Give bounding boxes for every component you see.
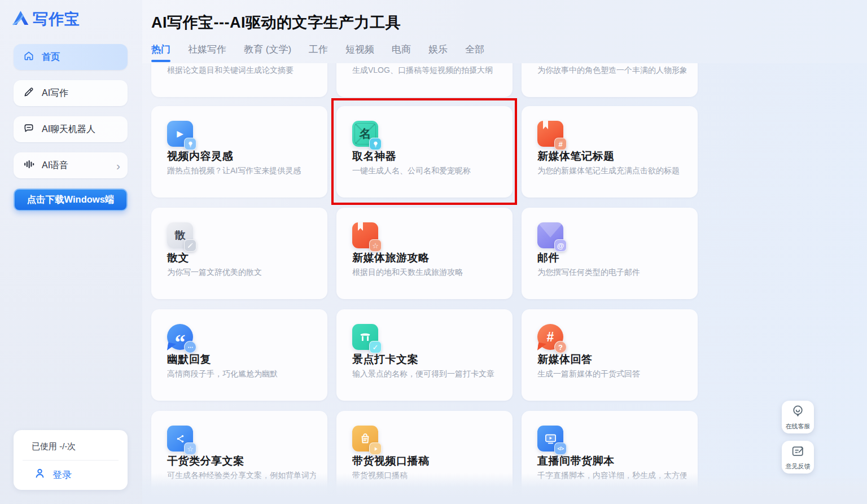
chevron-right-icon: › bbox=[116, 160, 120, 172]
tool-card-新媒体旅游攻略[interactable]: ☆新媒体旅游攻略根据目的地和天数生成旅游攻略 bbox=[336, 208, 513, 299]
chat-icon bbox=[23, 122, 34, 136]
pencil-icon bbox=[23, 86, 34, 100]
sales-video-icon bbox=[352, 426, 378, 452]
tool-card-视频内容灵感[interactable]: ▶视频内容灵感蹭热点拍视频？让AI写作宝来提供灵感 bbox=[151, 106, 327, 198]
share-copy-icon: ☆ bbox=[167, 426, 193, 452]
card-title: 新媒体旅游攻略 bbox=[352, 251, 430, 265]
video-inspiration-badge-icon bbox=[184, 138, 196, 150]
card-description: 生成VLOG、口播稿等短视频的拍摄大纲 bbox=[352, 65, 501, 76]
tab-5[interactable]: 电商 bbox=[392, 43, 411, 62]
card-description: 为你写一篇文辞优美的散文 bbox=[167, 268, 316, 278]
card-title: 带货视频口播稿 bbox=[352, 454, 430, 468]
sidebar-item-label: 首页 bbox=[42, 51, 60, 63]
sidebar-item-ai-chatbot[interactable]: AI聊天机器人 bbox=[14, 116, 128, 142]
online-support-label: 在线客服 bbox=[786, 422, 811, 431]
card-title: 直播间带货脚本 bbox=[537, 454, 615, 468]
card-title: 干货类分享文案 bbox=[167, 454, 244, 468]
card-title: 新媒体回答 bbox=[537, 352, 593, 367]
card-title: 幽默回复 bbox=[167, 352, 211, 367]
login-label: 登录 bbox=[52, 468, 72, 481]
tool-card-幽默回复[interactable]: “幽默回复高情商段子手，巧化尴尬为幽默 bbox=[151, 309, 327, 401]
media-answer-icon: #? bbox=[537, 324, 563, 350]
video-inspiration-icon: ▶ bbox=[167, 121, 193, 147]
tool-card-新媒体笔记标题[interactable]: #新媒体笔记标题为您的新媒体笔记生成充满点击欲的标题 bbox=[522, 106, 698, 198]
divider bbox=[23, 460, 119, 461]
download-windows-button[interactable]: 点击下载Windows端 bbox=[14, 189, 128, 211]
naming-tool-badge-icon bbox=[369, 138, 382, 150]
usage-count-text: 已使用 -/-次 bbox=[32, 441, 76, 452]
scenic-checkin-badge-icon: ✓ bbox=[369, 341, 382, 353]
tool-card-取名神器[interactable]: 名取名神器一键生成人名、公司名和爱宠昵称 bbox=[336, 106, 513, 198]
card-description: 生成一篇新媒体的干货式回答 bbox=[537, 369, 686, 379]
tab-4[interactable]: 短视频 bbox=[345, 43, 374, 62]
main-header: AI写作宝---AI驱动的文字生产力工具 热门社媒写作教育 (文学)工作短视频电… bbox=[142, 0, 867, 63]
card-description: 根据论文题目和关键词生成论文摘要 bbox=[167, 65, 316, 76]
card-title: 新媒体笔记标题 bbox=[537, 149, 615, 164]
humor-reply-badge-icon bbox=[184, 341, 196, 353]
page-title: AI写作宝---AI驱动的文字生产力工具 bbox=[151, 12, 401, 33]
card-description: 千字直播脚本，内容详细，秒生成，太方便 bbox=[537, 471, 686, 481]
email-badge-icon: @ bbox=[554, 239, 567, 252]
scenic-checkin-icon: ✓ bbox=[352, 324, 378, 350]
live-script-icon: </> bbox=[537, 426, 563, 452]
card-description: 高情商段子手，巧化尴尬为幽默 bbox=[167, 369, 316, 379]
sidebar-item-ai-voice[interactable]: AI语音 › bbox=[14, 152, 128, 178]
feedback-label: 意见反馈 bbox=[786, 462, 811, 471]
voice-icon bbox=[23, 159, 34, 172]
media-note-title-icon: # bbox=[537, 121, 563, 147]
tool-card-散文[interactable]: 散散文为你写一篇文辞优美的散文 bbox=[151, 208, 327, 299]
essay-icon: 散 bbox=[167, 222, 193, 248]
login-button[interactable]: 登录 bbox=[34, 467, 72, 482]
sidebar-item-label: AI语音 bbox=[42, 160, 68, 172]
tab-6[interactable]: 娱乐 bbox=[428, 43, 448, 62]
live-script-badge-icon: </> bbox=[554, 442, 567, 455]
tab-bar: 热门社媒写作教育 (文学)工作短视频电商娱乐全部 bbox=[151, 43, 484, 62]
card-description: 为你故事中的角色塑造一个丰满的人物形象 bbox=[537, 65, 686, 76]
support-chat-smile-icon bbox=[791, 404, 805, 420]
naming-tool-icon: 名 bbox=[352, 121, 378, 147]
tab-2[interactable]: 教育 (文学) bbox=[244, 43, 291, 62]
usage-card: 已使用 -/-次 登录 bbox=[14, 430, 128, 490]
media-answer-badge-icon: ? bbox=[554, 341, 567, 353]
tool-card-邮件[interactable]: @邮件为您撰写任何类型的电子邮件 bbox=[522, 208, 698, 299]
sidebar-item-label: AI聊天机器人 bbox=[42, 124, 95, 135]
online-support-button[interactable]: 在线客服 bbox=[782, 401, 814, 433]
card-description: 带货视频口播稿 bbox=[352, 471, 501, 481]
logo-mark-icon bbox=[11, 10, 30, 29]
travel-guide-icon: ☆ bbox=[352, 222, 378, 248]
sidebar: 写作宝 首页 AI写作 AI聊天机器人 bbox=[0, 0, 142, 504]
humor-reply-icon: “ bbox=[167, 324, 193, 350]
card-description: 为您撰写任何类型的电子邮件 bbox=[537, 268, 686, 278]
tab-1[interactable]: 社媒写作 bbox=[188, 43, 226, 62]
sidebar-item-ai-writing[interactable]: AI写作 bbox=[14, 80, 128, 106]
tool-card-景点打卡文案[interactable]: ✓景点打卡文案输入景点的名称，便可得到一篇打卡文章 bbox=[336, 309, 513, 401]
card-title: 邮件 bbox=[537, 251, 559, 265]
tab-0[interactable]: 热门 bbox=[151, 43, 170, 62]
tab-7[interactable]: 全部 bbox=[465, 43, 484, 62]
card-description: 输入景点的名称，便可得到一篇打卡文章 bbox=[352, 369, 501, 379]
app-logo[interactable]: 写作宝 bbox=[11, 9, 80, 29]
card-title: 景点打卡文案 bbox=[352, 352, 418, 367]
tab-3[interactable]: 工作 bbox=[309, 43, 328, 62]
card-title: 取名神器 bbox=[352, 149, 396, 164]
share-copy-badge-icon: ☆ bbox=[184, 442, 196, 455]
sidebar-item-label: AI写作 bbox=[42, 87, 68, 99]
media-note-title-badge-icon: # bbox=[554, 138, 567, 150]
tool-card-新媒体回答[interactable]: #?新媒体回答生成一篇新媒体的干货式回答 bbox=[522, 309, 698, 401]
logo-text: 写作宝 bbox=[33, 9, 80, 29]
feedback-button[interactable]: 意见反馈 bbox=[782, 441, 814, 474]
sales-video-badge-icon bbox=[369, 442, 382, 455]
card-title: 散文 bbox=[167, 251, 189, 265]
email-icon: @ bbox=[537, 222, 563, 248]
tool-card-直播间带货脚本[interactable]: </>直播间带货脚本千字直播脚本，内容详细，秒生成，太方便 bbox=[522, 411, 698, 502]
tool-card-干货类分享文案[interactable]: ☆干货类分享文案可生成各种经验类分享文案，例如背单词方 bbox=[151, 411, 327, 502]
card-description: 蹭热点拍视频？让AI写作宝来提供灵感 bbox=[167, 166, 316, 176]
card-description: 可生成各种经验类分享文案，例如背单词方 bbox=[167, 471, 316, 481]
card-description: 根据目的地和天数生成旅游攻略 bbox=[352, 268, 501, 278]
sidebar-item-home[interactable]: 首页 bbox=[14, 44, 128, 70]
user-icon bbox=[34, 467, 46, 482]
card-title: 视频内容灵感 bbox=[167, 149, 233, 164]
tool-card-带货视频口播稿[interactable]: 带货视频口播稿带货视频口播稿 bbox=[336, 411, 513, 502]
card-description: 一键生成人名、公司名和爱宠昵称 bbox=[352, 166, 501, 176]
card-description: 为您的新媒体笔记生成充满点击欲的标题 bbox=[537, 166, 686, 176]
